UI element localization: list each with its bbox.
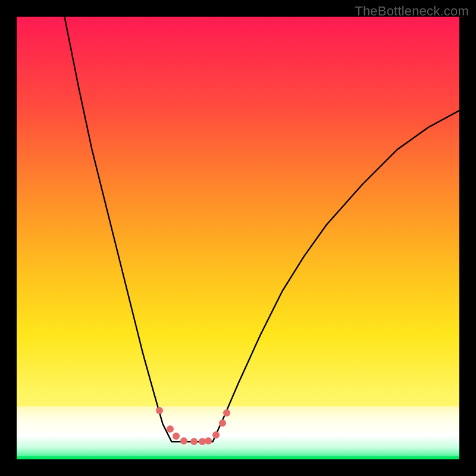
data-dot — [156, 407, 163, 414]
plot-area — [17, 17, 459, 459]
data-dot — [190, 438, 198, 445]
v-curve — [17, 17, 459, 459]
data-dot — [223, 409, 230, 416]
outer-frame: TheBottleneck.com — [0, 0, 476, 476]
watermark-text: TheBottleneck.com — [355, 4, 469, 19]
data-dot — [212, 431, 220, 439]
data-dot — [180, 437, 187, 444]
data-dot — [167, 425, 174, 433]
data-dot — [219, 419, 226, 427]
data-dot — [205, 437, 212, 444]
data-dot — [173, 433, 180, 440]
